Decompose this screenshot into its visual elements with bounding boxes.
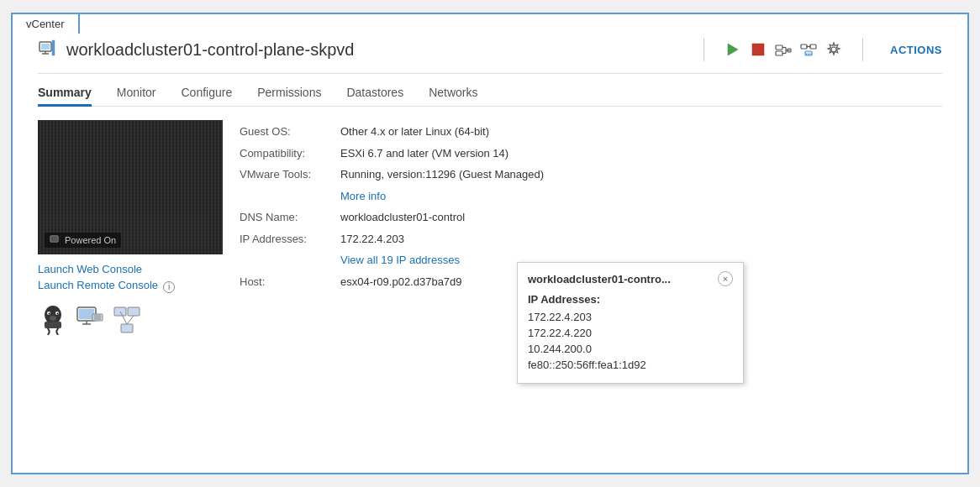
svg-point-29 <box>50 316 56 321</box>
more-info-row: More info <box>240 188 942 205</box>
dns-name-row: DNS Name: workloadcluster01-control <box>240 209 942 226</box>
dns-name-value: workloadcluster01-control <box>340 209 465 226</box>
guest-os-row: Guest OS: Other 4.x or later Linux (64-b… <box>240 123 942 140</box>
header-separator-2 <box>862 38 863 61</box>
svg-line-47 <box>127 316 134 324</box>
host-value: esx04-r09.p02.d37ba7d9 <box>340 274 462 291</box>
svg-line-32 <box>48 332 50 335</box>
launch-remote-console-link[interactable]: Launch Remote Console <box>38 279 158 291</box>
header-row: workloadcluster01-control-plane-skpvd <box>38 38 942 74</box>
vm-title: workloadcluster01-control-plane-skpvd <box>66 40 685 60</box>
tooltip-ip-3: 10.244.200.0 <box>528 343 733 355</box>
vm-screenshot: Powered On <box>38 120 223 254</box>
svg-point-24 <box>45 306 61 324</box>
svg-point-21 <box>831 47 836 52</box>
compatibility-value: ESXi 6.7 and later (VM version 14) <box>340 145 508 162</box>
tooltip-section-title: IP Addresses: <box>528 293 733 306</box>
svg-rect-8 <box>776 51 782 55</box>
svg-rect-15 <box>810 45 816 49</box>
svg-rect-7 <box>776 45 782 50</box>
svg-rect-23 <box>51 237 57 241</box>
svg-rect-36 <box>79 309 94 319</box>
svg-rect-34 <box>45 322 61 328</box>
ip-addresses-label: IP Addresses: <box>240 231 340 248</box>
tooltip-ip-4: fe80::250:56ff:fea1:1d92 <box>528 359 733 371</box>
network-bottom-icon <box>112 305 142 335</box>
vmware-tools-icon <box>75 305 105 335</box>
network-icon[interactable] <box>773 39 793 60</box>
view-all-spacer <box>240 252 340 269</box>
tab-configure[interactable]: Configure <box>182 81 233 106</box>
bottom-icons <box>38 305 223 335</box>
tooltip-ip-2: 172.22.4.220 <box>528 327 733 339</box>
vm-small-icon <box>50 234 61 246</box>
linux-icon <box>38 305 68 335</box>
info-icon[interactable]: i <box>163 281 175 293</box>
tabs-row: Summary Monitor Configure Permissions Da… <box>38 74 942 107</box>
header-separator <box>703 38 704 61</box>
stop-button[interactable] <box>748 39 768 60</box>
tooltip-close-button[interactable]: × <box>718 271 733 286</box>
compatibility-row: Compatibility: ESXi 6.7 and later (VM ve… <box>240 145 942 162</box>
actions-button[interactable]: ACTIONS <box>890 44 942 56</box>
view-all-link[interactable]: View all 19 IP addresses <box>340 252 460 269</box>
tab-datastores[interactable]: Datastores <box>346 81 403 106</box>
ip-addresses-row: IP Addresses: 172.22.4.203 <box>240 231 942 248</box>
tab-summary[interactable]: Summary <box>38 81 92 106</box>
vm-icon <box>38 39 56 61</box>
window-tab[interactable]: vCenter <box>11 13 80 34</box>
ip-addresses-value: 172.22.4.203 <box>340 231 404 248</box>
svg-point-27 <box>49 313 50 315</box>
powered-on-text: Powered On <box>65 235 116 245</box>
svg-point-28 <box>57 313 59 315</box>
vmware-tools-label: VMware Tools: <box>240 166 340 183</box>
guest-os-value: Other 4.x or later Linux (64-bit) <box>340 123 489 140</box>
svg-rect-44 <box>128 307 140 316</box>
tooltip-header: workloadcluster01-contro... × <box>528 271 733 286</box>
svg-marker-5 <box>728 44 738 55</box>
main-content: Powered On Launch Web Console Launch Rem… <box>38 120 942 335</box>
svg-text:●●●: ●●● <box>804 51 812 56</box>
tooltip-ip-1: 172.22.4.203 <box>528 311 733 323</box>
toolbar-icons: ●●● <box>723 39 844 60</box>
settings-icon[interactable] <box>824 39 844 60</box>
svg-rect-1 <box>41 44 50 50</box>
vmware-tools-value: Running, version:11296 (Guest Managed) <box>340 166 544 183</box>
tab-networks[interactable]: Networks <box>429 81 477 106</box>
compatibility-label: Compatibility: <box>240 145 340 162</box>
launch-web-console-link[interactable]: Launch Web Console <box>38 263 223 275</box>
svg-rect-6 <box>752 44 764 55</box>
console-links: Launch Web Console Launch Remote Console… <box>38 263 223 295</box>
migrate-icon[interactable]: ●●● <box>798 39 819 60</box>
svg-rect-4 <box>52 40 55 55</box>
left-panel: Powered On Launch Web Console Launch Rem… <box>38 120 223 335</box>
host-label: Host: <box>240 274 340 291</box>
svg-rect-45 <box>121 324 133 333</box>
more-info-link[interactable]: More info <box>340 188 386 205</box>
guest-os-label: Guest OS: <box>240 123 340 140</box>
tooltip-popup: workloadcluster01-contro... × IP Address… <box>517 262 744 384</box>
tab-monitor[interactable]: Monitor <box>117 81 156 106</box>
dns-name-label: DNS Name: <box>240 209 340 226</box>
tooltip-title: workloadcluster01-contro... <box>528 273 671 285</box>
vmware-tools-row: VMware Tools: Running, version:11296 (Gu… <box>240 166 942 183</box>
main-window: vCenter workloadcluster01-control-plane-… <box>11 13 969 474</box>
powered-on-badge: Powered On <box>45 233 121 248</box>
more-info-spacer <box>240 188 340 205</box>
svg-rect-14 <box>801 45 807 49</box>
svg-line-33 <box>56 332 58 335</box>
tab-permissions[interactable]: Permissions <box>257 81 321 106</box>
play-button[interactable] <box>723 39 743 60</box>
